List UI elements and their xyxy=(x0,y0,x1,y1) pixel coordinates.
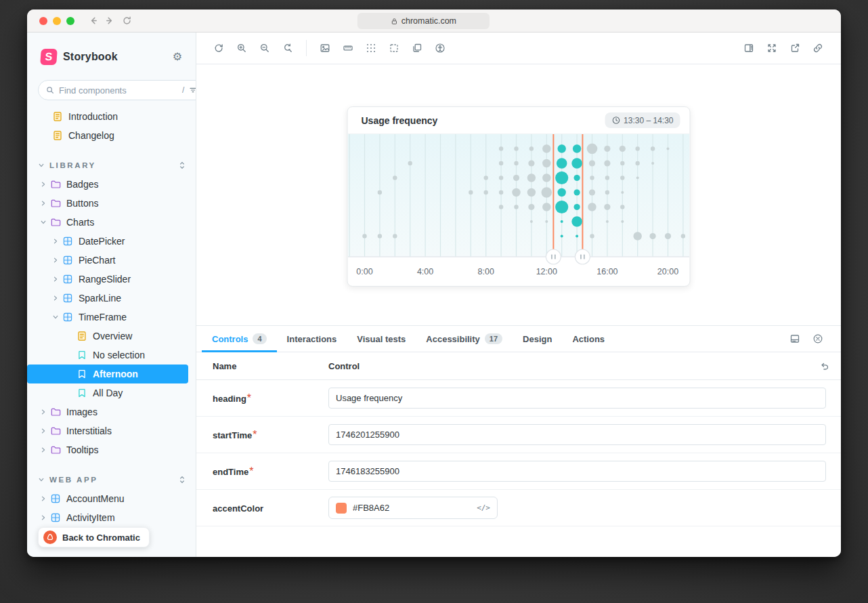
tab-controls[interactable]: Controls4 xyxy=(202,326,277,352)
chevron-right-icon[interactable] xyxy=(50,276,60,283)
zoom-window-button[interactable] xyxy=(66,17,74,25)
sidebar-item-label: Charts xyxy=(66,217,94,228)
sidebar-item-all-day[interactable]: All Day xyxy=(27,383,196,402)
search-box[interactable]: / xyxy=(38,80,196,100)
panel-position-icon[interactable] xyxy=(737,43,760,54)
zoom-in-icon[interactable] xyxy=(230,43,253,54)
component-icon xyxy=(62,274,73,285)
tab-visual-tests[interactable]: Visual tests xyxy=(347,326,416,352)
heading-input[interactable] xyxy=(328,388,826,409)
sidebar-item-accountmenu[interactable]: AccountMenu xyxy=(27,489,196,508)
sidebar-section-web-app[interactable]: WEB APP xyxy=(27,470,196,489)
sidebar-item-introduction[interactable]: Introduction xyxy=(27,107,196,126)
chromatic-logo-icon xyxy=(43,531,57,544)
sidebar-item-activityitem[interactable]: ActivityItem xyxy=(27,508,196,527)
timeframe-chart[interactable]: 0:004:008:0012:0016:0020:00 xyxy=(348,134,690,286)
tab-interactions[interactable]: Interactions xyxy=(277,326,347,352)
minimize-window-button[interactable] xyxy=(53,17,61,25)
chevron-down-icon[interactable] xyxy=(38,219,48,226)
remount-icon[interactable] xyxy=(207,43,230,54)
sidebar-item-tooltips[interactable]: Tooltips xyxy=(27,440,196,459)
accessibility-icon[interactable] xyxy=(429,43,452,54)
chevron-right-icon[interactable] xyxy=(50,257,60,264)
close-window-button[interactable] xyxy=(39,17,47,25)
raw-value-toggle-icon[interactable]: </> xyxy=(477,503,490,512)
chevron-right-icon[interactable] xyxy=(38,409,48,415)
sidebar-item-overview[interactable]: Overview xyxy=(27,327,196,346)
story-bookmark-icon xyxy=(77,388,87,398)
control-name: startTime xyxy=(213,430,252,440)
sidebar-item-interstitials[interactable]: Interstitials xyxy=(27,421,196,440)
chevron-right-icon[interactable] xyxy=(38,200,48,207)
doc-icon xyxy=(52,111,63,122)
measure-icon[interactable] xyxy=(337,43,360,54)
tab-actions[interactable]: Actions xyxy=(562,326,615,352)
address-bar[interactable]: chromatic.com xyxy=(357,13,490,29)
outline-icon[interactable] xyxy=(383,43,406,54)
chevron-down-icon[interactable] xyxy=(50,314,60,320)
filter-icon[interactable] xyxy=(188,85,196,95)
doc-icon xyxy=(77,331,87,341)
zoom-reset-icon[interactable] xyxy=(276,43,299,54)
control-name: heading xyxy=(213,394,246,404)
sidebar-item-rangeslider[interactable]: RangeSlider xyxy=(27,270,196,289)
settings-gear-icon[interactable]: ⚙ xyxy=(173,51,182,62)
zoom-out-icon[interactable] xyxy=(253,43,276,54)
range-slider-handle[interactable] xyxy=(546,249,561,264)
range-slider-handle[interactable] xyxy=(575,249,590,264)
tab-accessibility[interactable]: Accessibility17 xyxy=(416,326,513,352)
sidebar-item-charts[interactable]: Charts xyxy=(27,213,196,232)
chevron-right-icon[interactable] xyxy=(38,514,48,521)
tab-label: Design xyxy=(523,334,552,344)
sidebar-item-images[interactable]: Images xyxy=(27,402,196,421)
reset-controls-icon[interactable] xyxy=(819,361,841,371)
back-to-chromatic-button[interactable]: Back to Chromatic xyxy=(38,527,150,547)
sidebar-item-changelog[interactable]: Changelog xyxy=(27,126,196,145)
sidebar-item-afternoon[interactable]: Afternoon xyxy=(27,365,188,383)
chevron-right-icon[interactable] xyxy=(38,495,48,502)
sidebar-item-label: SparkLine xyxy=(79,293,121,304)
storybook-logo-icon: S xyxy=(40,49,58,65)
viewport-icon[interactable] xyxy=(406,43,429,54)
color-control[interactable]: #FB8A62</> xyxy=(328,497,498,519)
collapse-section-icon[interactable] xyxy=(178,161,186,170)
endTime-input[interactable] xyxy=(328,461,826,482)
back-button-label: Back to Chromatic xyxy=(62,533,140,543)
chevron-right-icon[interactable] xyxy=(38,446,48,453)
tab-label: Visual tests xyxy=(357,334,406,344)
sidebar-item-no-selection[interactable]: No selection xyxy=(27,346,196,365)
panel-position-bottom-icon[interactable] xyxy=(783,333,806,344)
sidebar-item-datepicker[interactable]: DatePicker xyxy=(27,232,196,251)
backgrounds-icon[interactable] xyxy=(313,43,337,54)
browser-refresh-icon[interactable] xyxy=(122,16,132,26)
required-asterisk: * xyxy=(247,392,251,404)
sidebar-item-timeframe[interactable]: TimeFrame xyxy=(27,308,196,327)
startTime-input[interactable] xyxy=(328,424,826,445)
chevron-right-icon[interactable] xyxy=(38,181,48,188)
column-header-name: Name xyxy=(196,361,328,371)
svg-text:16:00: 16:00 xyxy=(596,267,617,276)
control-name: endTime xyxy=(213,467,248,477)
component-icon xyxy=(62,236,73,247)
sidebar-item-piechart[interactable]: PieChart xyxy=(27,251,196,270)
browser-back-icon[interactable] xyxy=(88,16,98,26)
sidebar-item-sparkline[interactable]: SparkLine xyxy=(27,289,196,308)
close-panel-icon[interactable] xyxy=(806,333,829,344)
sidebar-item-buttons[interactable]: Buttons xyxy=(27,194,196,213)
open-new-tab-icon[interactable] xyxy=(783,43,806,54)
tab-design[interactable]: Design xyxy=(513,326,562,352)
chevron-right-icon[interactable] xyxy=(50,238,60,245)
section-label: WEB APP xyxy=(49,476,97,484)
browser-titlebar: chromatic.com xyxy=(27,9,841,33)
copy-link-icon[interactable] xyxy=(806,43,829,54)
chevron-right-icon[interactable] xyxy=(50,295,60,302)
chevron-right-icon[interactable] xyxy=(38,428,48,434)
collapse-section-icon[interactable] xyxy=(178,475,186,484)
grid-icon[interactable] xyxy=(360,43,383,54)
folder-icon xyxy=(50,407,61,417)
sidebar-section-library[interactable]: LIBRARY xyxy=(27,156,196,175)
search-input[interactable] xyxy=(59,85,178,96)
fullscreen-icon[interactable] xyxy=(760,43,783,54)
browser-forward-icon[interactable] xyxy=(105,16,115,26)
sidebar-item-badges[interactable]: Badges xyxy=(27,175,196,194)
